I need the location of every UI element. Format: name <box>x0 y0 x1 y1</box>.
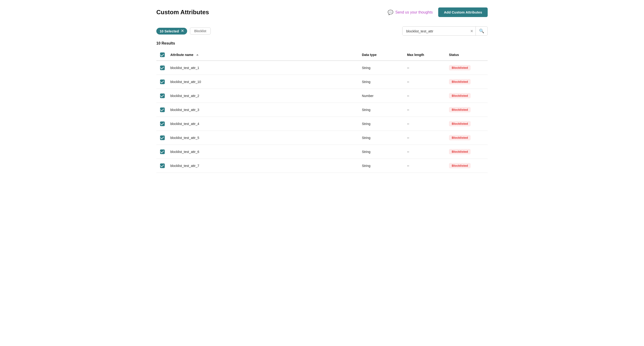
add-custom-attributes-button[interactable]: Add Custom Attributes <box>438 7 488 17</box>
row-data-type: String <box>358 75 404 89</box>
status-badge: Blocklisted <box>449 93 471 98</box>
results-count: 10 Results <box>156 41 488 45</box>
blocklist-button[interactable]: Blocklist <box>190 27 211 34</box>
status-badge: Blocklisted <box>449 135 471 140</box>
page-header: Custom Attributes 💬 Send us your thought… <box>156 7 488 17</box>
column-header-data-type: Data type <box>358 49 404 61</box>
row-data-type: String <box>358 131 404 145</box>
row-checkbox-cell <box>156 131 166 145</box>
row-data-type: String <box>358 145 404 159</box>
selected-badge: 10 Selected ✕ <box>156 28 187 34</box>
status-badge: Blocklisted <box>449 79 471 84</box>
row-max-length: -- <box>403 61 445 75</box>
row-checkbox[interactable] <box>160 107 165 112</box>
row-max-length: -- <box>403 145 445 159</box>
send-thoughts-label: Send us your thoughts <box>395 10 432 14</box>
row-checkbox-cell <box>156 75 166 89</box>
status-badge: Blocklisted <box>449 65 471 70</box>
selected-count-label: 10 Selected <box>160 29 179 33</box>
row-max-length: -- <box>403 131 445 145</box>
row-status: Blocklisted <box>445 117 488 131</box>
selected-badge-close-icon[interactable]: ✕ <box>181 29 184 33</box>
row-attribute-name: blocklist_test_attr_3 <box>166 103 358 117</box>
toolbar-left: 10 Selected ✕ Blocklist <box>156 27 211 34</box>
table-row: blocklist_test_attr_1String--Blocklisted <box>156 61 488 75</box>
table-row: blocklist_test_attr_7String--Blocklisted <box>156 159 488 173</box>
search-input[interactable] <box>402 27 468 35</box>
send-thoughts-button[interactable]: 💬 Send us your thoughts <box>388 9 432 15</box>
table-header-row: Attribute name Data type Max length Stat… <box>156 49 488 61</box>
header-checkbox[interactable] <box>160 52 165 57</box>
column-header-attribute-name-label: Attribute name <box>170 53 194 57</box>
row-data-type: Number <box>358 89 404 103</box>
row-checkbox-cell <box>156 89 166 103</box>
row-attribute-name: blocklist_test_attr_4 <box>166 117 358 131</box>
sort-icon[interactable] <box>196 54 198 55</box>
status-badge: Blocklisted <box>449 121 471 126</box>
table-row: blocklist_test_attr_4String--Blocklisted <box>156 117 488 131</box>
row-max-length: -- <box>403 103 445 117</box>
row-attribute-name: blocklist_test_attr_10 <box>166 75 358 89</box>
row-data-type: String <box>358 117 404 131</box>
row-max-length: -- <box>403 159 445 173</box>
chat-icon: 💬 <box>388 9 394 15</box>
table-row: blocklist_test_attr_10String--Blockliste… <box>156 75 488 89</box>
row-checkbox-cell <box>156 61 166 75</box>
row-checkbox[interactable] <box>160 149 165 154</box>
table-row: blocklist_test_attr_5String--Blocklisted <box>156 131 488 145</box>
table-row: blocklist_test_attr_3String--Blocklisted <box>156 103 488 117</box>
row-attribute-name: blocklist_test_attr_2 <box>166 89 358 103</box>
page-title: Custom Attributes <box>156 9 209 16</box>
row-checkbox[interactable] <box>160 121 165 126</box>
search-clear-button[interactable]: ✕ <box>468 29 476 33</box>
row-checkbox[interactable] <box>160 65 165 70</box>
row-checkbox-cell <box>156 103 166 117</box>
row-attribute-name: blocklist_test_attr_6 <box>166 145 358 159</box>
row-status: Blocklisted <box>445 75 488 89</box>
attributes-table: Attribute name Data type Max length Stat… <box>156 49 488 173</box>
row-data-type: String <box>358 61 404 75</box>
row-checkbox-cell <box>156 145 166 159</box>
row-checkbox-cell <box>156 117 166 131</box>
status-badge: Blocklisted <box>449 107 471 112</box>
status-badge: Blocklisted <box>449 163 471 168</box>
row-status: Blocklisted <box>445 145 488 159</box>
search-submit-button[interactable]: 🔍 <box>476 26 488 35</box>
table-row: blocklist_test_attr_6String--Blocklisted <box>156 145 488 159</box>
table-row: blocklist_test_attr_2Number--Blocklisted <box>156 89 488 103</box>
row-status: Blocklisted <box>445 103 488 117</box>
search-container: ✕ 🔍 <box>402 26 488 36</box>
row-status: Blocklisted <box>445 61 488 75</box>
header-actions: 💬 Send us your thoughts Add Custom Attri… <box>388 7 488 17</box>
row-max-length: -- <box>403 75 445 89</box>
row-status: Blocklisted <box>445 89 488 103</box>
row-checkbox[interactable] <box>160 93 165 98</box>
row-attribute-name: blocklist_test_attr_1 <box>166 61 358 75</box>
header-checkbox-cell <box>156 49 166 61</box>
row-attribute-name: blocklist_test_attr_7 <box>166 159 358 173</box>
row-data-type: String <box>358 103 404 117</box>
row-checkbox[interactable] <box>160 135 165 140</box>
toolbar: 10 Selected ✕ Blocklist ✕ 🔍 <box>156 26 488 36</box>
column-header-max-length: Max length <box>403 49 445 61</box>
row-checkbox-cell <box>156 159 166 173</box>
row-checkbox[interactable] <box>160 79 165 84</box>
row-data-type: String <box>358 159 404 173</box>
row-attribute-name: blocklist_test_attr_5 <box>166 131 358 145</box>
row-status: Blocklisted <box>445 131 488 145</box>
row-checkbox[interactable] <box>160 163 165 168</box>
row-max-length: -- <box>403 117 445 131</box>
row-status: Blocklisted <box>445 159 488 173</box>
column-header-attribute-name: Attribute name <box>166 49 358 61</box>
row-max-length: -- <box>403 89 445 103</box>
column-header-status: Status <box>445 49 488 61</box>
status-badge: Blocklisted <box>449 149 471 154</box>
